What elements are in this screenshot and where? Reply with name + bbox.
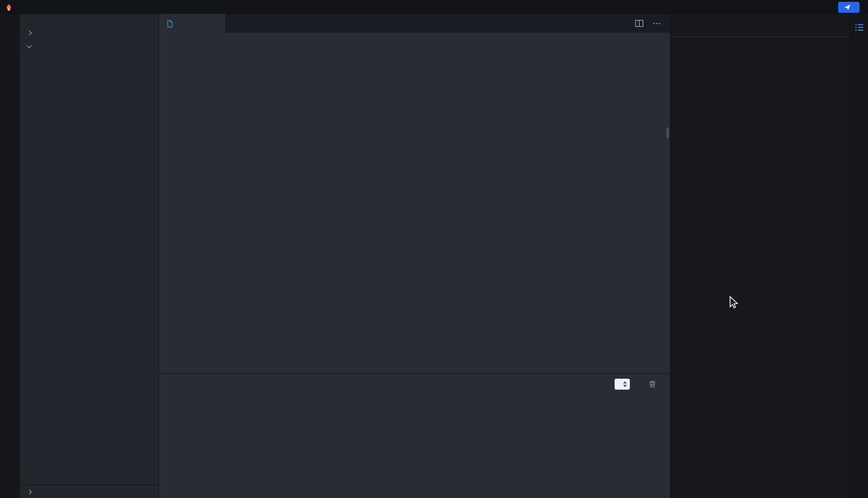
materials-panel: [670, 14, 850, 498]
editor-tabbar: [159, 14, 670, 33]
panel-tabbar: [159, 374, 670, 394]
materials-body: [671, 37, 850, 498]
editor-actions: [635, 14, 670, 33]
outline-section[interactable]: [20, 485, 158, 498]
editor-scrollbar[interactable]: [666, 127, 669, 138]
output-channel-select[interactable]: [615, 379, 630, 390]
file-tree: [20, 53, 158, 485]
clear-output-icon[interactable]: [648, 380, 657, 388]
titlebar: [0, 0, 868, 14]
app-window: [0, 0, 868, 498]
app-logo-icon: [5, 3, 13, 12]
jsx-file-icon: [165, 19, 175, 29]
chevron-right-icon: [26, 489, 32, 495]
publish-button[interactable]: [838, 2, 859, 13]
breadcrumb: [159, 33, 670, 48]
select-arrows-icon: [623, 381, 627, 387]
titlebar-right: [838, 2, 863, 13]
materials-tabbar: [671, 14, 850, 37]
output-console[interactable]: [159, 394, 670, 498]
paper-plane-icon: [844, 4, 851, 11]
chevron-right-icon: [26, 30, 32, 36]
editor-tab-index-jsx[interactable]: [159, 14, 226, 33]
main-area: [0, 14, 868, 498]
open-editors-section[interactable]: [20, 26, 158, 40]
more-actions-icon[interactable]: [652, 19, 662, 28]
split-editor-icon[interactable]: [635, 19, 644, 28]
sidebar-title: [20, 14, 158, 26]
chevron-down-icon: [26, 43, 32, 49]
explorer-sidebar: [20, 14, 159, 498]
panel-controls: [615, 379, 663, 390]
workspace-root[interactable]: [20, 40, 158, 53]
right-activitybar: [850, 14, 868, 498]
activitybar: [0, 14, 20, 498]
editor-group: [159, 14, 670, 498]
titlebar-app: [5, 3, 16, 12]
bottom-panel: [159, 373, 670, 498]
materials-list-icon[interactable]: [854, 22, 865, 33]
code-area[interactable]: [159, 48, 670, 373]
